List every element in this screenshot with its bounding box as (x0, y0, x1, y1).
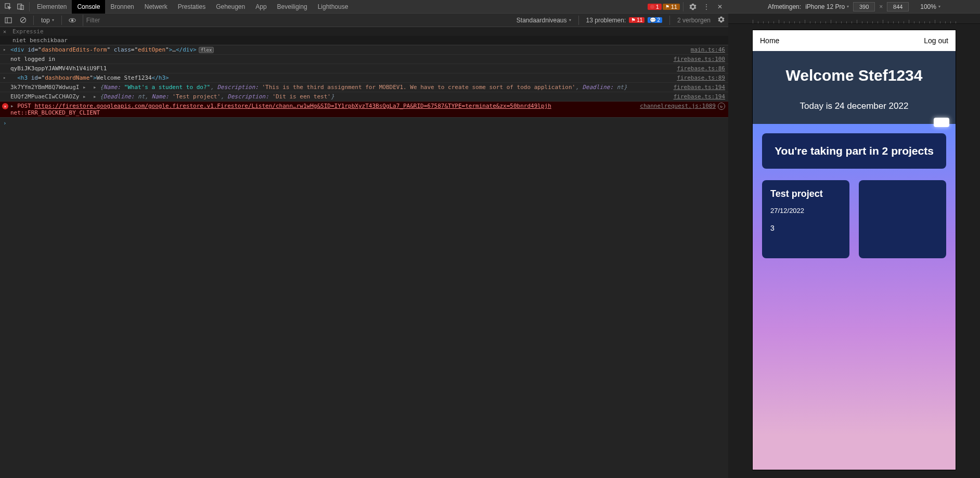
toggle-sidebar-icon[interactable] (2, 14, 15, 27)
welcome-heading: Welcome Stef1234 (761, 67, 947, 84)
console-toolbar: top Standaardniveaus 13 problemen: ⚑ 11 … (0, 14, 728, 27)
devtools-panel: ElementenConsoleBronnenNetwerkPrestaties… (0, 0, 728, 478)
floating-button[interactable] (934, 118, 949, 127)
console-row[interactable]: 3k7YYm2YBmM8Q7WdwugI ▸ ▸ {Name: "What's … (0, 83, 728, 92)
log-source-link[interactable]: firebase.ts:194 (674, 84, 725, 91)
log-content: not logged in (10, 56, 668, 62)
expand-icon[interactable]: ▸ (3, 75, 6, 80)
live-expression[interactable]: ✕ Expressie (0, 27, 728, 36)
console-row[interactable]: not logged infirebase.ts:100 (0, 55, 728, 64)
console-row[interactable]: ▸ <h3 id="dashboardName">Welcome Stef123… (0, 73, 728, 83)
width-input[interactable] (853, 2, 875, 11)
tab-geheugen[interactable]: Geheugen (211, 0, 250, 14)
zoom-selector[interactable]: 100% (920, 3, 940, 10)
log-source-link[interactable]: firebase.ts:86 (677, 65, 725, 72)
projects-grid: Test project 27/12/2022 3 (762, 180, 946, 258)
close-expression-icon[interactable]: ✕ (3, 29, 6, 34)
project-title: Test project (770, 188, 841, 199)
log-source-link[interactable]: firebase.ts:100 (674, 56, 725, 62)
device-toggle-icon[interactable] (15, 1, 27, 13)
dimension-separator: × (879, 3, 883, 10)
close-icon[interactable]: ✕ (714, 1, 726, 13)
log-content: <div id="dashboardEdits-form" class="edi… (10, 46, 686, 53)
projects-banner: You're taking part in 2 projects (762, 133, 946, 169)
more-icon[interactable]: ⋮ (700, 1, 713, 13)
log-content: <h3 id="dashboardName">Welcome Stef1234<… (10, 74, 672, 81)
log-source-link[interactable]: firebase.ts:89 (677, 74, 725, 81)
project-card-empty[interactable] (859, 180, 946, 258)
height-input[interactable] (887, 2, 909, 11)
flex-badge[interactable]: flex (199, 47, 214, 53)
app-hero: Welcome Stef1234 Today is 24 december 20… (753, 51, 956, 124)
console-output: ▸<div id="dashboardEdits-form" class="ed… (0, 45, 728, 478)
console-row[interactable]: ▸<div id="dashboardEdits-form" class="ed… (0, 45, 728, 55)
console-row[interactable]: qyBiJK3qppYJAWMV4Vh1V4iU9Fl1firebase.ts:… (0, 64, 728, 73)
live-expression-result: niet beschikbaar (0, 36, 728, 45)
app-content: You're taking part in 2 projects Test pr… (753, 124, 956, 470)
nav-logout-link[interactable]: Log out (924, 36, 948, 45)
clear-console-icon[interactable] (17, 14, 29, 27)
filter-input[interactable] (83, 15, 514, 26)
settings-icon[interactable] (687, 1, 699, 13)
svg-point-8 (71, 19, 73, 21)
tab-bronnen[interactable]: Bronnen (105, 0, 139, 14)
nav-home-link[interactable]: Home (760, 36, 779, 45)
main-tabs: ElementenConsoleBronnenNetwerkPrestaties… (0, 0, 728, 14)
log-content: ▸ POST https://firestore.googleapis.com/… (10, 103, 635, 116)
phone-screen: Home Log out Welcome Stef1234 Today is 2… (753, 30, 956, 470)
log-content: qyBiJK3qppYJAWMV4Vh1V4iU9Fl1 (10, 65, 672, 72)
log-source-link[interactable]: firebase.ts:194 (674, 93, 725, 100)
device-selector[interactable]: iPhone 12 Pro (805, 3, 849, 10)
tab-beveiliging[interactable]: Beveiliging (272, 0, 313, 14)
issues-count[interactable]: 13 problemen: ⚑ 11 💬 2 (586, 17, 662, 24)
tab-console[interactable]: Console (72, 0, 105, 14)
stack-icon[interactable]: ↻ (718, 103, 725, 110)
log-source-link[interactable]: main.ts:46 (691, 46, 725, 53)
tab-lighthouse[interactable]: Lighthouse (313, 0, 354, 14)
svg-rect-3 (5, 18, 11, 23)
tab-app[interactable]: App (250, 0, 272, 14)
project-date: 27/12/2022 (770, 207, 841, 215)
today-text: Today is 24 december 2022 (761, 101, 947, 111)
app-navbar: Home Log out (753, 30, 956, 51)
dimensions-label: Afmetingen: (768, 3, 801, 10)
warning-badge[interactable]: 11 (663, 4, 680, 10)
console-settings-icon[interactable] (716, 16, 726, 24)
device-panel: Afmetingen: iPhone 12 Pro × 100% Home Lo… (728, 0, 980, 478)
svg-rect-1 (18, 4, 22, 9)
hidden-count[interactable]: 2 verborgen (677, 17, 711, 24)
project-card[interactable]: Test project 27/12/2022 3 (762, 180, 849, 258)
expand-icon[interactable]: ▸ (3, 47, 6, 52)
svg-line-6 (21, 18, 24, 22)
console-row[interactable]: ✕▸ POST https://firestore.googleapis.com… (0, 102, 728, 118)
log-level-selector[interactable]: Standaardniveaus (517, 17, 571, 24)
project-count: 3 (770, 224, 841, 232)
device-toolbar: Afmetingen: iPhone 12 Pro × 100% (728, 0, 980, 14)
live-expression-icon[interactable] (66, 14, 79, 27)
error-badge[interactable]: 1 (648, 4, 662, 10)
inspect-icon[interactable] (2, 1, 15, 13)
tab-elementen[interactable]: Elementen (32, 0, 72, 14)
device-viewport: Home Log out Welcome Stef1234 Today is 2… (728, 24, 980, 478)
log-source-link[interactable]: channelrequest.js:1089 (640, 103, 716, 109)
error-icon: ✕ (2, 103, 8, 109)
tab-prestaties[interactable]: Prestaties (173, 0, 211, 14)
console-row[interactable]: EUQf2MPuaeCIwCCHAOZy ▸ ▸ {Deadline: nt, … (0, 92, 728, 102)
ruler (728, 14, 980, 24)
context-selector[interactable]: top (38, 15, 57, 26)
log-content: 3k7YYm2YBmM8Q7WdwugI ▸ ▸ {Name: "What's … (10, 84, 668, 91)
log-content: EUQf2MPuaeCIwCCHAOZy ▸ ▸ {Deadline: nt, … (10, 93, 668, 100)
tab-netwerk[interactable]: Netwerk (139, 0, 173, 14)
console-prompt[interactable]: › (0, 118, 728, 129)
